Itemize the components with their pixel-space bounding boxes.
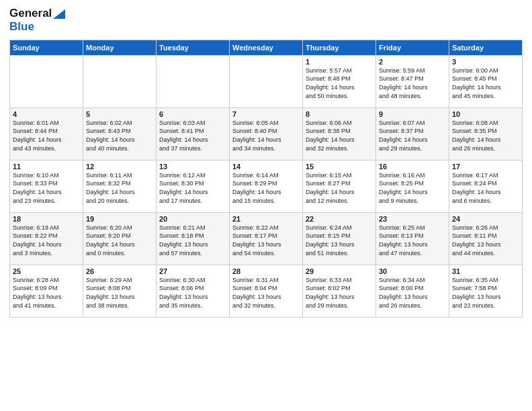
day-number: 19 [86, 215, 153, 223]
calendar-cell: 25Sunrise: 6:28 AM Sunset: 8:09 PM Dayli… [10, 265, 83, 317]
day-number: 11 [13, 163, 80, 171]
day-number: 7 [232, 110, 300, 118]
calendar-cell: 28Sunrise: 6:31 AM Sunset: 8:04 PM Dayli… [230, 265, 303, 317]
day-content: Sunrise: 6:21 AM Sunset: 8:18 PM Dayligh… [159, 224, 226, 257]
day-content: Sunrise: 6:01 AM Sunset: 8:44 PM Dayligh… [13, 119, 80, 152]
day-number: 12 [86, 163, 153, 171]
calendar-cell [10, 55, 83, 107]
calendar-cell: 31Sunrise: 6:35 AM Sunset: 7:58 PM Dayli… [449, 265, 523, 317]
day-number: 16 [379, 163, 446, 171]
calendar-cell: 12Sunrise: 6:11 AM Sunset: 8:32 PM Dayli… [83, 160, 157, 212]
calendar-cell: 19Sunrise: 6:20 AM Sunset: 8:20 PM Dayli… [83, 212, 157, 265]
calendar-cell: 24Sunrise: 6:26 AM Sunset: 8:11 PM Dayli… [449, 212, 523, 265]
day-content: Sunrise: 6:08 AM Sunset: 8:35 PM Dayligh… [452, 119, 519, 152]
calendar-table: SundayMondayTuesdayWednesdayThursdayFrid… [9, 40, 523, 318]
calendar-cell: 17Sunrise: 6:17 AM Sunset: 8:24 PM Dayli… [449, 160, 523, 212]
day-number: 29 [306, 267, 373, 275]
day-content: Sunrise: 6:19 AM Sunset: 8:22 PM Dayligh… [13, 224, 80, 257]
day-header-tuesday: Tuesday [157, 40, 230, 55]
day-number: 10 [452, 110, 519, 118]
calendar-cell [230, 55, 303, 107]
day-content: Sunrise: 6:15 AM Sunset: 8:27 PM Dayligh… [306, 171, 373, 205]
calendar-cell: 22Sunrise: 6:24 AM Sunset: 8:15 PM Dayli… [303, 212, 376, 265]
day-content: Sunrise: 6:00 AM Sunset: 8:45 PM Dayligh… [452, 66, 519, 100]
day-content: Sunrise: 6:06 AM Sunset: 8:38 PM Dayligh… [306, 119, 373, 152]
calendar-cell: 1Sunrise: 5:57 AM Sunset: 8:48 PM Daylig… [303, 55, 376, 107]
day-content: Sunrise: 6:10 AM Sunset: 8:33 PM Dayligh… [13, 171, 80, 205]
day-number: 27 [159, 267, 226, 275]
day-number: 4 [13, 110, 80, 118]
day-header-saturday: Saturday [449, 40, 523, 55]
calendar-cell: 23Sunrise: 6:25 AM Sunset: 8:13 PM Dayli… [376, 212, 449, 265]
calendar-cell [157, 55, 230, 107]
day-content: Sunrise: 6:24 AM Sunset: 8:15 PM Dayligh… [306, 224, 373, 257]
day-content: Sunrise: 6:11 AM Sunset: 8:32 PM Dayligh… [86, 171, 153, 205]
day-number: 22 [306, 215, 373, 223]
day-content: Sunrise: 6:14 AM Sunset: 8:29 PM Dayligh… [232, 171, 300, 205]
calendar-cell [83, 55, 157, 107]
day-number: 15 [306, 163, 373, 171]
day-number: 6 [159, 110, 226, 118]
day-number: 30 [379, 267, 446, 275]
day-content: Sunrise: 6:28 AM Sunset: 8:09 PM Dayligh… [13, 276, 80, 310]
calendar-cell: 30Sunrise: 6:34 AM Sunset: 8:00 PM Dayli… [376, 265, 449, 317]
calendar-cell: 14Sunrise: 6:14 AM Sunset: 8:29 PM Dayli… [230, 160, 303, 212]
day-number: 31 [452, 267, 519, 275]
day-content: Sunrise: 6:20 AM Sunset: 8:20 PM Dayligh… [86, 224, 153, 257]
day-header-monday: Monday [83, 40, 157, 55]
day-number: 23 [379, 215, 446, 223]
day-content: Sunrise: 6:33 AM Sunset: 8:02 PM Dayligh… [306, 276, 373, 310]
day-content: Sunrise: 6:03 AM Sunset: 8:41 PM Dayligh… [159, 119, 226, 152]
day-number: 13 [159, 163, 226, 171]
calendar-cell: 4Sunrise: 6:01 AM Sunset: 8:44 PM Daylig… [10, 107, 83, 160]
logo-general: General [9, 7, 65, 20]
calendar-cell: 29Sunrise: 6:33 AM Sunset: 8:02 PM Dayli… [303, 265, 376, 317]
day-header-thursday: Thursday [303, 40, 376, 55]
day-content: Sunrise: 6:25 AM Sunset: 8:13 PM Dayligh… [379, 224, 446, 257]
day-content: Sunrise: 6:35 AM Sunset: 7:58 PM Dayligh… [452, 276, 519, 310]
day-number: 18 [13, 215, 80, 223]
calendar-cell: 27Sunrise: 6:30 AM Sunset: 8:06 PM Dayli… [157, 265, 230, 317]
day-header-friday: Friday [376, 40, 449, 55]
calendar-cell: 11Sunrise: 6:10 AM Sunset: 8:33 PM Dayli… [10, 160, 83, 212]
day-content: Sunrise: 6:22 AM Sunset: 8:17 PM Dayligh… [232, 224, 300, 257]
day-number: 2 [379, 58, 446, 66]
calendar-cell: 3Sunrise: 6:00 AM Sunset: 8:45 PM Daylig… [449, 55, 523, 107]
day-number: 1 [306, 58, 373, 66]
day-content: Sunrise: 6:07 AM Sunset: 8:37 PM Dayligh… [379, 119, 446, 152]
calendar-cell: 20Sunrise: 6:21 AM Sunset: 8:18 PM Dayli… [157, 212, 230, 265]
svg-marker-0 [53, 9, 65, 19]
day-number: 17 [452, 163, 519, 171]
day-content: Sunrise: 6:30 AM Sunset: 8:06 PM Dayligh… [159, 276, 226, 310]
day-number: 9 [379, 110, 446, 118]
day-content: Sunrise: 6:34 AM Sunset: 8:00 PM Dayligh… [379, 276, 446, 310]
day-number: 3 [452, 58, 519, 66]
day-content: Sunrise: 6:16 AM Sunset: 8:25 PM Dayligh… [379, 171, 446, 205]
day-content: Sunrise: 6:31 AM Sunset: 8:04 PM Dayligh… [232, 276, 300, 310]
calendar-cell: 10Sunrise: 6:08 AM Sunset: 8:35 PM Dayli… [449, 107, 523, 160]
day-number: 26 [86, 267, 153, 275]
day-number: 8 [306, 110, 373, 118]
calendar-cell: 7Sunrise: 6:05 AM Sunset: 8:40 PM Daylig… [230, 107, 303, 160]
logo-container: General Blue [9, 7, 65, 34]
day-content: Sunrise: 6:17 AM Sunset: 8:24 PM Dayligh… [452, 171, 519, 205]
calendar-cell: 18Sunrise: 6:19 AM Sunset: 8:22 PM Dayli… [10, 212, 83, 265]
calendar-cell: 9Sunrise: 6:07 AM Sunset: 8:37 PM Daylig… [376, 107, 449, 160]
calendar-cell: 16Sunrise: 6:16 AM Sunset: 8:25 PM Dayli… [376, 160, 449, 212]
calendar-cell: 21Sunrise: 6:22 AM Sunset: 8:17 PM Dayli… [230, 212, 303, 265]
day-number: 21 [232, 215, 300, 223]
logo-blue: Blue [9, 20, 65, 34]
calendar-cell: 26Sunrise: 6:29 AM Sunset: 8:08 PM Dayli… [83, 265, 157, 317]
day-content: Sunrise: 6:26 AM Sunset: 8:11 PM Dayligh… [452, 224, 519, 257]
day-number: 14 [232, 163, 300, 171]
logo: General Blue [9, 7, 65, 34]
calendar-cell: 13Sunrise: 6:12 AM Sunset: 8:30 PM Dayli… [157, 160, 230, 212]
calendar-cell: 2Sunrise: 5:59 AM Sunset: 8:47 PM Daylig… [376, 55, 449, 107]
day-number: 25 [13, 267, 80, 275]
day-content: Sunrise: 6:29 AM Sunset: 8:08 PM Dayligh… [86, 276, 153, 310]
page-header: General Blue [9, 7, 523, 34]
day-content: Sunrise: 6:02 AM Sunset: 8:43 PM Dayligh… [86, 119, 153, 152]
calendar-cell: 6Sunrise: 6:03 AM Sunset: 8:41 PM Daylig… [157, 107, 230, 160]
calendar-cell: 15Sunrise: 6:15 AM Sunset: 8:27 PM Dayli… [303, 160, 376, 212]
day-content: Sunrise: 6:12 AM Sunset: 8:30 PM Dayligh… [159, 171, 226, 205]
